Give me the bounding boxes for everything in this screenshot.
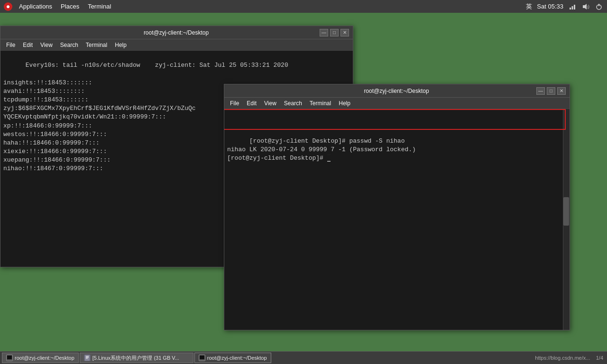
term2-scrollbar[interactable] xyxy=(563,109,570,330)
task1-icon xyxy=(6,355,13,361)
term1-line-avahi: avahi:!!:18453:::::::: xyxy=(3,88,85,95)
term1-title: root@zyj-client:~/Desktop xyxy=(33,29,320,36)
taskbar-top: ● Applications Places Terminal 英 Sat 05:… xyxy=(0,0,607,13)
term1-line-xp: xp:!!:18466:0:99999:7::: xyxy=(3,122,92,129)
svg-rect-2 xyxy=(574,5,575,9)
task2-label: [5.Linux系统中的用户管理 (31 GB V... xyxy=(92,355,179,362)
term1-menu-view[interactable]: View xyxy=(37,41,56,49)
svg-rect-9 xyxy=(7,355,12,359)
term2-title: root@zyj-client:~/Desktop xyxy=(257,88,536,94)
term2-minimize[interactable]: — xyxy=(536,87,545,95)
term1-line-insights: insights:!!:18453::::::: xyxy=(3,79,92,86)
term2-menu-file[interactable]: File xyxy=(226,99,243,108)
lang-indicator: 英 xyxy=(526,2,532,11)
term2-maximize[interactable]: □ xyxy=(547,87,555,95)
menu-terminal[interactable]: Terminal xyxy=(84,2,115,11)
term2-menu-search[interactable]: Search xyxy=(280,99,306,108)
term1-date: zyj-client: Sat Jul 25 05:33:21 2020 xyxy=(140,62,288,69)
power-icon[interactable] xyxy=(595,2,603,11)
term2-body[interactable]: [root@zyj-client Desktop]# passwd -S nih… xyxy=(224,109,570,330)
taskbar-bottom-right: https://blog.csdn.me/x... 1/4 xyxy=(535,355,607,361)
svg-text:): ) xyxy=(588,4,589,9)
svg-rect-15 xyxy=(200,355,204,359)
term1-line-nihao: nihao:!!:18467:0:99999:7::: xyxy=(3,165,103,172)
term2-controls: — □ ✕ xyxy=(536,87,566,95)
task-item-3[interactable]: root@zyj-client:~/Desktop xyxy=(194,353,271,363)
term1-line-zyj: zyj:$6$8FXGCMx7XpyEhCrf$JEG1KfdWVSrR4HfZ… xyxy=(3,105,196,112)
term2-menu-edit[interactable]: Edit xyxy=(243,99,260,108)
svg-rect-10 xyxy=(85,355,90,361)
term2-passwd-result: nihao LK 2020-07-24 0 99999 7 -1 (Passwo… xyxy=(227,146,416,153)
term2-cursor: █ xyxy=(327,155,331,162)
term2-close[interactable]: ✕ xyxy=(557,87,566,95)
taskbar-bottom: root@zyj-client:~/Desktop [5.Linux系统中的用户… xyxy=(0,351,607,364)
term1-line-tcpdump: tcpdump:!!:18453::::::: xyxy=(3,96,88,103)
menu-places[interactable]: Places xyxy=(57,2,83,11)
taskbar-right: 英 Sat 05:33 ) ) xyxy=(526,2,603,11)
term2-prompt: [root@zyj-client Desktop]# xyxy=(227,155,327,162)
term1-menu-edit[interactable]: Edit xyxy=(19,41,37,49)
term1-line-haha: haha:!!:18466:0:99999:7::: xyxy=(3,139,100,146)
term1-titlebar: root@zyj-client:~/Desktop — □ ✕ xyxy=(0,26,353,39)
term2-menu-terminal[interactable]: Terminal xyxy=(306,99,335,108)
taskbar-left: ● Applications Places Terminal xyxy=(4,2,115,11)
bottom-right-page: 1/4 xyxy=(596,355,603,361)
term1-line-westos: westos:!!:18466:0:99999:7::: xyxy=(3,131,107,138)
task2-icon xyxy=(84,355,91,361)
term1-menu-terminal[interactable]: Terminal xyxy=(82,41,111,49)
highlight-box xyxy=(224,109,566,130)
term1-line-xiexie: xiexie:!!:18466:0:99999:7::: xyxy=(3,148,107,155)
task3-label: root@zyj-client:~/Desktop xyxy=(207,355,267,361)
network-icon[interactable] xyxy=(568,2,577,11)
term1-menu-search[interactable]: Search xyxy=(56,41,82,49)
scrollbar-thumb xyxy=(563,197,569,226)
term2-menu-help[interactable]: Help xyxy=(335,99,354,108)
svg-rect-1 xyxy=(572,6,573,9)
app-icon[interactable]: ● xyxy=(4,2,12,11)
menu-applications[interactable]: Applications xyxy=(15,2,56,11)
taskbar-tasks: root@zyj-client:~/Desktop [5.Linux系统中的用户… xyxy=(0,353,535,363)
term2-passwd-cmd: [root@zyj-client Desktop]# passwd -S nih… xyxy=(249,137,405,145)
term1-menu-help[interactable]: Help xyxy=(111,41,130,49)
terminal-window-2: root@zyj-client:~/Desktop — □ ✕ File Edi… xyxy=(224,84,570,330)
volume-icon[interactable]: ) ) xyxy=(581,2,590,11)
term1-maximize[interactable]: □ xyxy=(330,29,339,36)
term1-line-xuepang: xuepang:!!:18466:0:99999:7::: xyxy=(3,156,110,164)
task3-icon xyxy=(199,355,205,361)
term1-controls: — □ ✕ xyxy=(320,29,349,36)
task1-label: root@zyj-client:~/Desktop xyxy=(15,355,74,361)
svg-rect-0 xyxy=(570,8,571,9)
term1-minimize[interactable]: — xyxy=(320,29,328,36)
desktop: root@zyj-client:~/Desktop — □ ✕ File Edi… xyxy=(0,13,607,364)
term2-titlebar: root@zyj-client:~/Desktop — □ ✕ xyxy=(224,84,570,98)
clock: Sat 05:33 xyxy=(537,3,563,10)
term1-close[interactable]: ✕ xyxy=(340,29,349,36)
term2-menubar: File Edit View Search Terminal Help xyxy=(224,98,570,109)
term2-menu-view[interactable]: View xyxy=(260,99,280,108)
bottom-right-url: https://blog.csdn.me/x... xyxy=(535,355,590,361)
term1-menubar: File Edit View Search Terminal Help xyxy=(0,39,353,51)
term1-menu-file[interactable]: File xyxy=(2,41,19,49)
term1-line-yqce: YQCEKvptqbmNfptjkq70vidkt/Wn21::0:99999:… xyxy=(3,113,166,120)
task-item-2[interactable]: [5.Linux系统中的用户管理 (31 GB V... xyxy=(80,353,193,363)
svg-marker-3 xyxy=(583,4,587,9)
term1-watch-cmd: Every10s: tail -n10s/etc/shadow xyxy=(26,62,140,69)
task-item-1[interactable]: root@zyj-client:~/Desktop xyxy=(2,353,79,363)
